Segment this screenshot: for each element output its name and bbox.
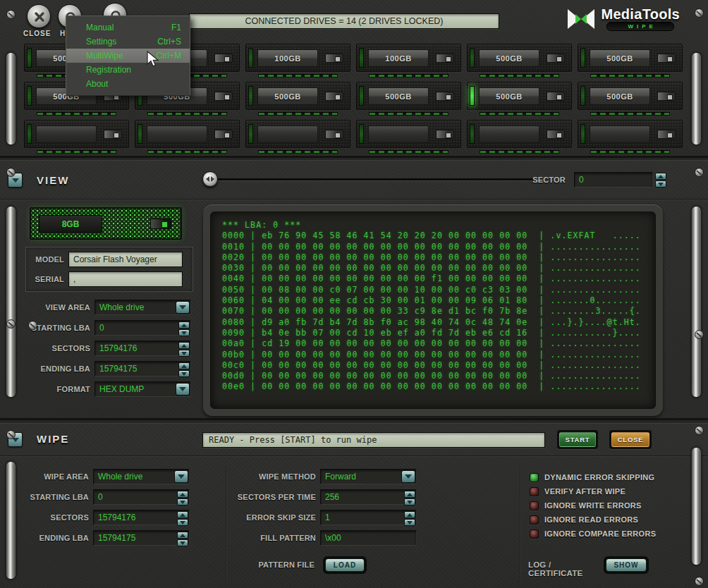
arrow-up-icon <box>407 513 413 517</box>
drive-bay[interactable] <box>356 120 461 148</box>
field-input[interactable]: 15794175 <box>93 530 190 546</box>
drive-bay[interactable] <box>467 120 572 148</box>
model-field[interactable]: Corsair Flash Voyager <box>68 252 183 267</box>
drive-bay[interactable]: 500GB <box>467 44 572 72</box>
field-input[interactable]: 15794175 <box>94 361 191 376</box>
drive-eject-button[interactable] <box>657 130 676 139</box>
drive-bay[interactable]: 500GB <box>356 82 461 110</box>
spin-up-button[interactable] <box>178 321 190 329</box>
drive-bay[interactable]: 500GB <box>578 82 683 110</box>
spin-up-button[interactable] <box>404 491 415 498</box>
sector-slider-track[interactable] <box>212 178 535 180</box>
field-input[interactable]: Forward <box>320 469 417 484</box>
start-wipe-button[interactable]: START <box>557 430 598 449</box>
drive-activity-strip <box>590 74 670 78</box>
drive-eject-button[interactable] <box>214 130 233 139</box>
selected-drive-eject-button[interactable] <box>150 219 171 229</box>
drive-eject-button[interactable] <box>214 54 233 63</box>
drive-bay-cell <box>245 120 350 154</box>
sector-spin-up-button[interactable] <box>655 173 666 180</box>
field-value: Whole drive <box>99 300 144 314</box>
field-input[interactable]: 0 <box>94 320 191 336</box>
spin-down-button[interactable] <box>404 519 415 526</box>
dropdown-arrow-button[interactable] <box>174 470 188 483</box>
field-input[interactable]: 15794176 <box>94 341 191 356</box>
spin-down-button[interactable] <box>177 519 188 526</box>
drive-bay[interactable]: 500GB <box>245 82 350 110</box>
close-wipe-button[interactable]: CLOSE <box>609 430 652 449</box>
serial-field[interactable]: , <box>68 271 183 287</box>
drive-eject-button[interactable] <box>436 130 454 139</box>
field-input[interactable]: \x00 <box>320 530 417 546</box>
spin-down-button[interactable] <box>177 539 188 546</box>
menu-item[interactable]: About <box>66 77 190 91</box>
option-checkbox-led[interactable] <box>530 487 539 496</box>
connected-drives-display: CONNECTED DRIVES = 14 (2 DRIVES LOCKED) <box>189 13 499 29</box>
wipe-area-fields: WIPE AREA Whole drive STARTING LBA 0 <box>21 469 199 551</box>
spin-up-button[interactable] <box>404 511 415 518</box>
field-input[interactable]: 256 <box>320 489 417 505</box>
drive-eject-button[interactable] <box>214 92 233 101</box>
drive-bay[interactable]: 500GB <box>467 82 572 110</box>
drive-eject-button[interactable] <box>436 92 454 101</box>
menu-item[interactable]: Registration <box>66 63 190 77</box>
field-input[interactable]: 1 <box>320 510 417 525</box>
field-input[interactable]: Whole drive <box>93 469 190 484</box>
chevron-down-icon <box>179 387 186 391</box>
drive-bay[interactable]: 100GB <box>245 44 350 72</box>
sector-slider-handle[interactable] <box>202 171 218 187</box>
drive-eject-button[interactable] <box>547 92 565 101</box>
option-checkbox-led[interactable] <box>530 529 539 539</box>
option-checkbox-led[interactable] <box>530 515 539 525</box>
sector-input[interactable]: 0 <box>574 172 653 188</box>
spin-down-button[interactable] <box>178 370 190 377</box>
menu-item[interactable]: Settings Ctrl+S <box>66 35 190 49</box>
selected-drive-display[interactable]: 8GB <box>30 207 182 240</box>
drive-bay[interactable] <box>578 120 683 148</box>
drive-eject-button[interactable] <box>547 130 565 139</box>
spin-up-button[interactable] <box>177 491 188 498</box>
field-input[interactable]: 15794176 <box>93 510 190 525</box>
spin-down-button[interactable] <box>178 350 190 357</box>
menu-item[interactable]: Manual F1 <box>66 20 190 35</box>
sector-spin-down-button[interactable] <box>655 180 666 188</box>
drive-bay[interactable] <box>135 120 240 148</box>
field-input[interactable]: HEX DUMP <box>94 381 191 397</box>
drive-capacity-label <box>479 125 539 143</box>
close-window-button[interactable] <box>27 4 51 28</box>
spin-up-button[interactable] <box>178 362 190 369</box>
drive-bay-cell: 500GB <box>578 82 683 116</box>
drive-eject-button[interactable] <box>325 92 343 101</box>
option-checkbox-led[interactable] <box>530 473 539 482</box>
log-certificate-show-button[interactable]: SHOW <box>604 556 649 574</box>
spin-down-button[interactable] <box>404 498 415 506</box>
option-checkbox-led[interactable] <box>530 501 539 510</box>
spin-up-button[interactable] <box>177 511 188 518</box>
drive-eject-button[interactable] <box>436 54 454 63</box>
drive-bay-cell <box>24 120 129 154</box>
dropdown-arrow-button[interactable] <box>176 301 190 314</box>
menu-item[interactable]: MultiWipe Ctrl+M <box>66 49 190 63</box>
dropdown-arrow-button[interactable] <box>401 470 415 483</box>
drive-eject-button[interactable] <box>104 130 122 139</box>
drive-eject-button[interactable] <box>325 130 343 139</box>
drive-bay[interactable] <box>245 120 350 148</box>
spin-down-button[interactable] <box>178 329 190 336</box>
drive-eject-button[interactable] <box>657 54 676 63</box>
model-value: Corsair Flash Voyager <box>73 255 157 264</box>
drive-bay[interactable]: 100GB <box>356 44 461 72</box>
dropdown-arrow-button[interactable] <box>176 383 190 396</box>
drive-eject-button[interactable] <box>547 54 565 63</box>
spin-up-button[interactable] <box>177 532 188 539</box>
drive-bay[interactable]: 500GB <box>578 44 683 72</box>
spin-down-button[interactable] <box>177 498 188 506</box>
drive-led-indicator <box>248 48 253 68</box>
drive-activity-strip <box>480 74 559 78</box>
spin-up-button[interactable] <box>178 342 190 349</box>
field-input[interactable]: Whole drive <box>94 300 191 315</box>
pattern-file-load-button[interactable]: LOAD <box>323 556 367 574</box>
field-input[interactable]: 0 <box>93 489 190 505</box>
drive-bay[interactable] <box>24 120 129 148</box>
drive-eject-button[interactable] <box>325 54 343 63</box>
drive-eject-button[interactable] <box>657 92 676 101</box>
